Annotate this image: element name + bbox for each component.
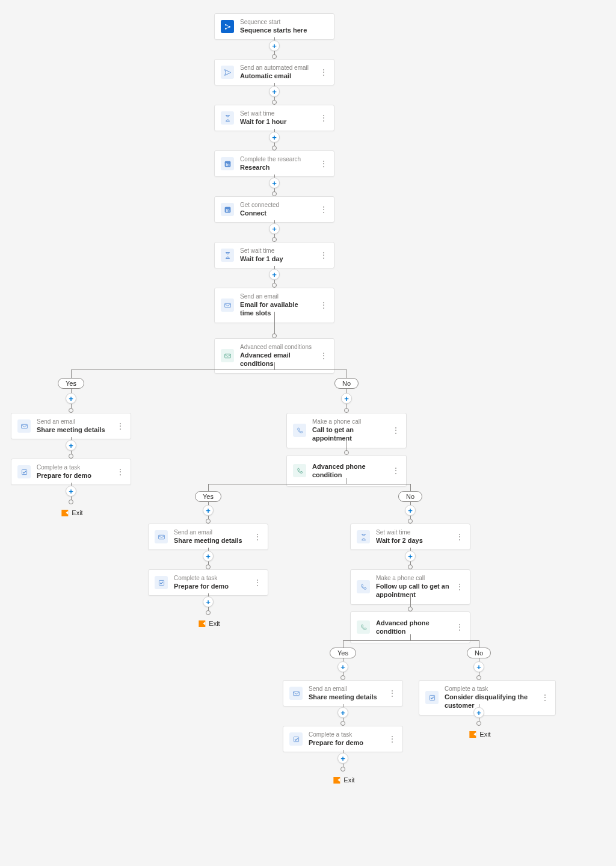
add-step-button[interactable]: + xyxy=(269,132,280,143)
add-step-button[interactable]: + xyxy=(405,505,416,516)
add-step-button[interactable]: + xyxy=(203,505,214,516)
node-title: Advanced phone condition xyxy=(376,619,449,636)
connector xyxy=(274,362,275,370)
connector-dot xyxy=(340,767,345,772)
more-options-button[interactable]: ⋮ xyxy=(388,687,396,699)
more-options-button[interactable]: ⋮ xyxy=(253,531,262,543)
add-step-button[interactable]: + xyxy=(203,596,214,607)
exit-marker: Exit xyxy=(199,620,220,627)
more-options-button[interactable]: ⋮ xyxy=(392,424,400,436)
node-wait-1-day[interactable]: Set wait time Wait for 1 day ⋮ xyxy=(214,242,334,268)
more-options-button[interactable]: ⋮ xyxy=(388,733,396,745)
more-options-button[interactable]: ⋮ xyxy=(253,577,262,589)
node-title: Connect xyxy=(240,209,313,217)
node-label: Complete a task xyxy=(445,685,535,693)
connector-dot xyxy=(408,564,413,569)
node-title: Prepare for demo xyxy=(174,582,247,590)
flag-icon xyxy=(333,777,340,784)
node-share-meeting-details-3[interactable]: Send an email Share meeting details ⋮ xyxy=(283,680,403,707)
add-step-button[interactable]: + xyxy=(66,393,76,404)
node-wait-2-days[interactable]: Set wait time Wait for 2 days ⋮ xyxy=(350,524,470,550)
more-options-button[interactable]: ⋮ xyxy=(116,466,125,478)
branch-yes: Yes xyxy=(58,378,84,389)
connector-dot xyxy=(408,607,413,611)
add-step-button[interactable]: + xyxy=(405,551,416,561)
add-step-button[interactable]: + xyxy=(341,393,352,404)
more-options-button[interactable]: ⋮ xyxy=(116,420,125,432)
svg-rect-8 xyxy=(224,354,230,358)
node-disqualify-customer[interactable]: Complete a task Consider disqualifying t… xyxy=(419,680,556,716)
node-research[interactable]: in Complete the research Research ⋮ xyxy=(214,150,334,177)
flag-icon xyxy=(469,731,476,738)
connector xyxy=(343,640,479,641)
more-options-button[interactable]: ⋮ xyxy=(319,350,328,362)
more-options-button[interactable]: ⋮ xyxy=(455,621,464,633)
node-title: Follow up call to get an appointment xyxy=(376,582,449,599)
phone-condition-icon xyxy=(357,620,370,634)
more-options-button[interactable]: ⋮ xyxy=(319,66,328,78)
node-prepare-demo-2[interactable]: Complete a task Prepare for demo ⋮ xyxy=(148,569,268,596)
connector-dot xyxy=(340,675,345,680)
exit-label: Exit xyxy=(479,731,490,738)
node-label: Send an automated email xyxy=(240,64,313,72)
more-options-button[interactable]: ⋮ xyxy=(392,465,400,477)
hourglass-icon xyxy=(221,249,234,262)
linkedin-icon: in xyxy=(221,157,234,170)
more-options-button[interactable]: ⋮ xyxy=(541,691,549,704)
connector-dot xyxy=(476,675,481,680)
more-options-button[interactable]: ⋮ xyxy=(455,581,464,593)
add-step-button[interactable]: + xyxy=(269,86,280,97)
add-step-button[interactable]: + xyxy=(269,269,280,280)
node-label: Complete the research xyxy=(240,156,313,163)
mail-icon xyxy=(155,530,168,543)
connector-dot xyxy=(272,333,277,338)
node-label: Get connected xyxy=(240,202,313,209)
more-options-button[interactable]: ⋮ xyxy=(319,299,328,311)
node-share-meeting-details-1[interactable]: Send an email Share meeting details ⋮ xyxy=(11,413,131,439)
add-step-button[interactable]: + xyxy=(66,486,76,496)
exit-marker: Exit xyxy=(469,731,490,738)
node-label: Send an email xyxy=(174,529,247,536)
connector-dot xyxy=(344,408,349,413)
more-options-button[interactable]: ⋮ xyxy=(455,531,464,543)
node-wait-1-hour[interactable]: Set wait time Wait for 1 hour ⋮ xyxy=(214,105,334,131)
connector xyxy=(346,478,347,484)
add-step-button[interactable]: + xyxy=(473,661,484,672)
add-step-button[interactable]: + xyxy=(269,40,280,51)
node-title: Research xyxy=(240,163,313,172)
connector xyxy=(410,634,411,640)
branch-yes: Yes xyxy=(330,648,356,658)
exit-label: Exit xyxy=(343,776,354,784)
node-label: Send an email xyxy=(309,685,382,693)
add-step-button[interactable]: + xyxy=(203,551,214,561)
add-step-button[interactable]: + xyxy=(337,707,348,718)
add-step-button[interactable]: + xyxy=(269,178,280,188)
connector-dot xyxy=(340,721,345,726)
more-options-button[interactable]: ⋮ xyxy=(319,203,328,215)
svg-rect-7 xyxy=(224,303,230,308)
add-step-button[interactable]: + xyxy=(473,707,484,718)
add-step-button[interactable]: + xyxy=(337,661,348,672)
node-automated-email[interactable]: Send an automated email Automatic email … xyxy=(214,59,334,85)
mail-icon xyxy=(289,687,303,700)
more-options-button[interactable]: ⋮ xyxy=(319,158,328,170)
node-sequence-start[interactable]: Sequence start Sequence starts here xyxy=(214,13,334,40)
add-step-button[interactable]: + xyxy=(337,753,348,764)
node-label: Make a phone call xyxy=(312,418,386,425)
node-prepare-demo-3[interactable]: Complete a task Prepare for demo ⋮ xyxy=(283,726,403,752)
node-title: Advanced phone condition xyxy=(312,462,386,480)
linkedin-icon: in xyxy=(221,203,234,216)
node-prepare-demo-1[interactable]: Complete a task Prepare for demo ⋮ xyxy=(11,459,131,485)
add-step-button[interactable]: + xyxy=(66,440,76,451)
node-share-meeting-details-2[interactable]: Send an email Share meeting details ⋮ xyxy=(148,524,268,550)
node-title: Wait for 2 days xyxy=(376,536,449,545)
node-title: Wait for 1 hour xyxy=(240,117,313,126)
more-options-button[interactable]: ⋮ xyxy=(319,112,328,124)
node-title: Prepare for demo xyxy=(37,471,110,480)
task-icon xyxy=(155,576,168,589)
more-options-button[interactable]: ⋮ xyxy=(319,249,328,261)
hourglass-icon xyxy=(221,111,234,125)
node-label: Send an email xyxy=(240,293,313,300)
add-step-button[interactable]: + xyxy=(269,223,280,234)
node-connect[interactable]: in Get connected Connect ⋮ xyxy=(214,196,334,223)
